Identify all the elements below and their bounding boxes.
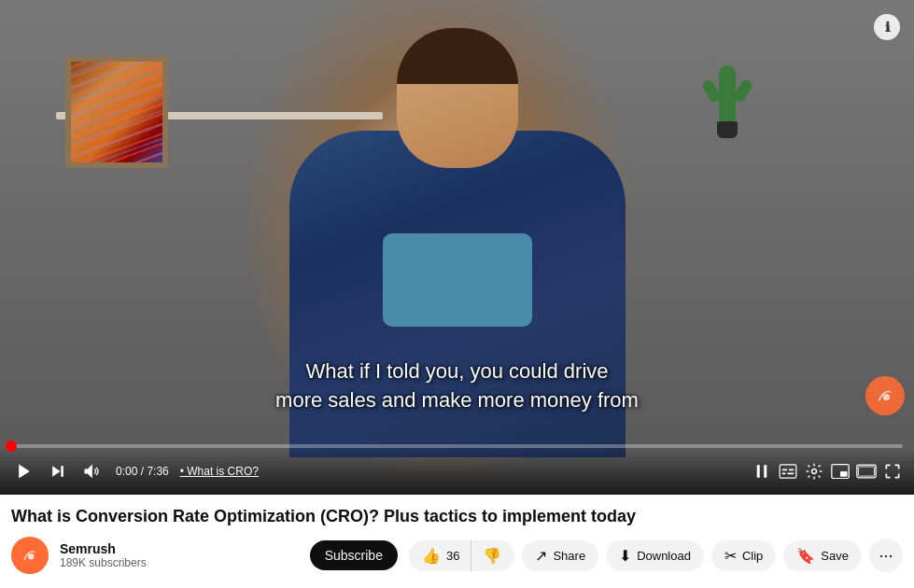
like-dislike-group: 👍 36 👎 (409, 540, 514, 571)
subscriber-count: 189K subscribers (60, 556, 299, 569)
share-icon: ↗ (535, 547, 547, 565)
svg-rect-6 (757, 465, 760, 478)
svg-point-13 (812, 469, 817, 474)
svg-marker-2 (19, 465, 30, 479)
svg-rect-9 (782, 469, 788, 471)
controls-bar: 0:00 / 7:36 • What is CRO? (0, 448, 914, 495)
video-info: What is Conversion Rate Optimization (CR… (0, 495, 914, 574)
presenter-silhouette (261, 65, 654, 457)
like-button[interactable]: 👍 36 (409, 540, 471, 571)
right-controls (752, 461, 903, 482)
share-button[interactable]: ↗ Share (522, 540, 598, 571)
svg-marker-5 (85, 465, 92, 479)
channel-info: Semrush 189K subscribers (60, 541, 299, 569)
miniplayer-button[interactable] (830, 461, 851, 482)
download-icon: ⬇ (619, 547, 631, 565)
subscribe-button[interactable]: Subscribe (310, 540, 398, 570)
theater-button[interactable] (856, 461, 877, 482)
fullscreen-button[interactable] (882, 461, 903, 482)
svg-rect-8 (780, 465, 796, 478)
pause-icon[interactable] (752, 461, 772, 482)
channel-name[interactable]: Semrush (60, 541, 299, 556)
semrush-watermark (865, 376, 905, 415)
dislike-icon: 👎 (483, 547, 501, 565)
next-button[interactable] (45, 458, 71, 484)
svg-point-1 (883, 394, 890, 400)
svg-rect-4 (61, 466, 63, 477)
svg-point-19 (28, 553, 35, 560)
action-buttons: 👍 36 👎 ↗ Share ⬇ Download ✂ Clip (409, 539, 903, 572)
channel-row: Semrush 189K subscribers Subscribe 👍 36 … (11, 537, 903, 574)
dislike-button[interactable]: 👎 (471, 540, 514, 571)
play-button[interactable] (11, 458, 37, 484)
chapter-label[interactable]: • What is CRO? (180, 465, 259, 478)
cactus-decoration (709, 65, 746, 140)
svg-rect-7 (764, 465, 766, 478)
video-player[interactable]: What if I told you, you could drive more… (0, 0, 914, 495)
svg-rect-10 (789, 469, 794, 471)
settings-button[interactable] (804, 461, 824, 482)
channel-avatar[interactable] (11, 537, 49, 574)
more-button[interactable]: ··· (869, 539, 903, 572)
like-icon: 👍 (422, 547, 441, 565)
save-button[interactable]: 🔖 Save (783, 540, 862, 571)
svg-marker-3 (52, 466, 60, 477)
subtitles-button[interactable] (778, 461, 798, 482)
time-display: 0:00 / 7:36 (116, 465, 169, 478)
svg-rect-11 (782, 473, 786, 475)
clip-icon: ✂ (724, 547, 737, 565)
info-button[interactable]: ℹ (874, 14, 900, 40)
save-icon: 🔖 (796, 547, 815, 565)
svg-rect-17 (859, 467, 875, 476)
artwork-decoration (65, 56, 168, 168)
volume-button[interactable] (78, 458, 105, 484)
svg-rect-12 (787, 473, 794, 475)
download-button[interactable]: ⬇ Download (606, 540, 704, 571)
video-title: What is Conversion Rate Optimization (CR… (11, 506, 903, 527)
svg-rect-15 (840, 471, 848, 477)
like-count: 36 (446, 549, 459, 563)
clip-button[interactable]: ✂ Clip (711, 540, 776, 571)
